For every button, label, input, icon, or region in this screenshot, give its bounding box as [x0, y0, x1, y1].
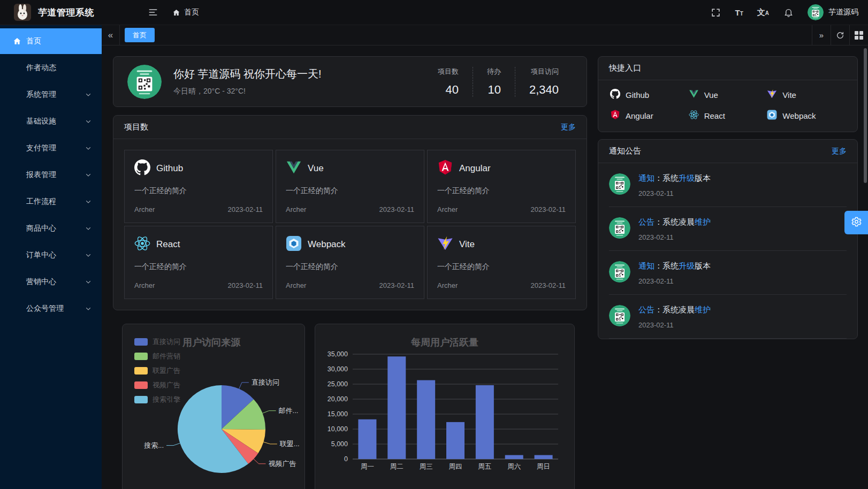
shortcut-link[interactable]: Angular — [610, 110, 689, 122]
project-name: Vite — [459, 239, 475, 250]
sidebar-item-支付管理[interactable]: 支付管理 — [0, 135, 102, 161]
shortcut-label: React — [704, 111, 725, 120]
notice-item[interactable]: 公告：系统凌晨维护 2023-02-11 — [609, 295, 847, 339]
notice-item[interactable]: 通知：系统升级版本 2023-02-11 — [609, 163, 847, 207]
chevron-down-icon — [85, 91, 92, 98]
notice-avatar — [609, 173, 630, 195]
svg-text:0: 0 — [344, 455, 348, 463]
refresh-icon[interactable] — [831, 25, 849, 45]
project-tile[interactable]: React 一个正经的简介 Archer 2023-02-11 — [124, 226, 273, 299]
shortcut-link[interactable]: Webpack — [767, 110, 846, 122]
notice-item[interactable]: 公告：系统凌晨维护 2023-02-11 — [609, 207, 847, 251]
vite-icon — [767, 89, 777, 101]
notice-title: 通知：系统升级版本 — [638, 173, 711, 184]
svg-text:35,000: 35,000 — [328, 350, 348, 358]
tabs-menu-icon[interactable] — [849, 25, 868, 45]
project-tile[interactable]: Vue 一个正经的简介 Archer 2023-02-11 — [276, 150, 424, 223]
sidebar-item-订单中心[interactable]: 订单中心 — [0, 242, 102, 268]
sidebar-item-工作流程[interactable]: 工作流程 — [0, 189, 102, 215]
sidebar-item-label: 营销中心 — [26, 277, 80, 287]
vite-icon — [437, 235, 453, 254]
sidebar-item-公众号管理[interactable]: 公众号管理 — [0, 296, 102, 322]
svg-text:直接访问: 直接访问 — [252, 378, 279, 386]
project-name: Vue — [308, 163, 324, 174]
sidebar-item-系统管理[interactable]: 系统管理 — [0, 82, 102, 108]
project-date: 2023-02-11 — [530, 205, 566, 213]
projects-more-link[interactable]: 更多 — [561, 123, 576, 132]
project-tile[interactable]: Angular 一个正经的简介 Archer 2023-02-11 — [427, 150, 576, 223]
scrollbar-thumb[interactable] — [864, 48, 867, 183]
sidebar-item-基础设施[interactable]: 基础设施 — [0, 109, 102, 134]
shortcut-link[interactable]: Github — [610, 89, 689, 101]
app-logo[interactable] — [14, 4, 31, 21]
chevron-down-icon — [85, 144, 92, 152]
shortcut-link[interactable]: Vue — [689, 89, 767, 101]
vue-icon — [286, 159, 302, 178]
project-desc: 一个正经的简介 — [286, 262, 414, 272]
svg-text:周四: 周四 — [449, 463, 462, 470]
chevron-down-icon — [85, 198, 92, 205]
tab[interactable]: 首页 — [125, 28, 155, 42]
sidebar-item-label: 公众号管理 — [26, 304, 80, 314]
project-tile[interactable]: Github 一个正经的简介 Archer 2023-02-11 — [124, 150, 273, 223]
shortcut-label: Vite — [782, 90, 796, 100]
stat-label: 项目数 — [438, 67, 459, 77]
svg-text:联盟...: 联盟... — [279, 440, 300, 448]
fullscreen-icon[interactable] — [710, 7, 721, 18]
welcome-card: 你好 芋道源码 祝你开心每一天! 今日晴，20°C - 32°C! 项目数 40… — [113, 56, 587, 107]
sidebar-item-商品中心[interactable]: 商品中心 — [0, 216, 102, 241]
notice-title: 公告：系统凌晨维护 — [638, 305, 711, 315]
notices-more-link[interactable]: 更多 — [832, 147, 847, 156]
chevron-down-icon — [85, 225, 92, 232]
menu-fold-icon[interactable] — [148, 7, 158, 18]
sidebar-item-报表管理[interactable]: 报表管理 — [0, 162, 102, 188]
bar-chart[interactable]: 05,00010,00015,00020,00025,00030,00035,0… — [315, 324, 575, 489]
shortcut-link[interactable]: Vite — [767, 89, 846, 101]
gear-icon — [851, 216, 862, 230]
bell-icon[interactable] — [783, 7, 794, 18]
project-tile[interactable]: Vite 一个正经的简介 Archer 2023-02-11 — [427, 226, 576, 299]
header-actions: TT 文A 芋道源码 — [710, 4, 858, 20]
react-icon — [134, 235, 150, 254]
font-size-icon[interactable]: TT — [735, 8, 743, 17]
project-author: Archer — [437, 281, 458, 289]
project-author: Archer — [134, 281, 155, 289]
user-menu[interactable]: 芋道源码 — [808, 4, 858, 20]
tabs-scroll-right-icon[interactable]: » — [812, 25, 831, 45]
shortcut-label: Github — [626, 90, 649, 100]
project-tile[interactable]: Webpack 一个正经的简介 Archer 2023-02-11 — [276, 226, 424, 299]
welcome-avatar — [127, 65, 162, 99]
sidebar-item-首页[interactable]: 首页 — [0, 28, 102, 54]
notice-date: 2023-02-11 — [638, 321, 711, 329]
stat-value: 10 — [487, 83, 501, 97]
notice-title: 通知：系统升级版本 — [638, 261, 711, 271]
shortcut-label: Vue — [704, 90, 718, 100]
sidebar-item-label: 首页 — [26, 36, 92, 46]
tabs-collapse-left-icon[interactable]: « — [102, 25, 120, 45]
project-author: Archer — [437, 205, 458, 213]
sidebar-item-营销中心[interactable]: 营销中心 — [0, 269, 102, 295]
project-date: 2023-02-11 — [379, 281, 414, 289]
sidebar-menu: 首页 作者动态 系统管理 基础设施 支付管理 报表管理 工作流程 商品中心 订单… — [0, 25, 102, 489]
breadcrumb[interactable]: 首页 — [172, 7, 199, 17]
project-name: Webpack — [308, 239, 346, 250]
pie-chart[interactable]: 直接访问邮件...联盟...视频广告搜索... — [123, 324, 305, 489]
project-author: Archer — [286, 205, 306, 213]
notice-item[interactable]: 通知：系统升级版本 2023-02-11 — [609, 251, 847, 295]
sidebar-item-作者动态[interactable]: 作者动态 — [0, 55, 102, 81]
svg-text:5,000: 5,000 — [331, 440, 348, 448]
settings-gear-button[interactable] — [844, 211, 868, 234]
project-desc: 一个正经的简介 — [134, 186, 263, 196]
top-header: 芋道管理系统 首页 TT 文A 芋道源码 — [0, 0, 868, 25]
svg-text:30,000: 30,000 — [328, 365, 348, 373]
translate-icon[interactable]: 文A — [757, 7, 769, 18]
project-name: React — [156, 239, 180, 250]
chevron-down-icon — [85, 278, 92, 286]
username: 芋道源码 — [828, 7, 858, 17]
shortcut-link[interactable]: React — [689, 110, 767, 122]
angular-icon — [437, 159, 453, 178]
breadcrumb-home-label[interactable]: 首页 — [184, 7, 199, 17]
svg-text:周五: 周五 — [478, 463, 491, 470]
svg-text:10,000: 10,000 — [328, 425, 348, 433]
welcome-stat: 待办 10 — [473, 67, 515, 97]
